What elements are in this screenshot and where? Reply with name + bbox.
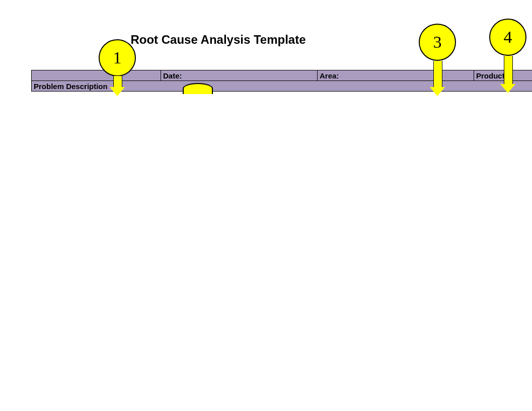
- page-title-text: Root Cause Analysis Template: [130, 33, 401, 47]
- callout-arrow-3: [430, 76, 445, 96]
- cell-date-label: Date:: [161, 70, 318, 81]
- callout-circle-2-partial: [183, 83, 213, 94]
- callout-number-3: 3: [433, 33, 442, 52]
- callout-number-1: 1: [113, 48, 122, 67]
- callout-number-4: 4: [504, 28, 512, 47]
- cell-problem-description: Problem Description: [32, 81, 533, 92]
- callout-arrow-1: [110, 76, 125, 96]
- callout-arrow-4: [500, 73, 515, 93]
- callout-circle-1: 1: [99, 39, 136, 76]
- callout-circle-3: 3: [419, 24, 456, 61]
- cell-blank: [32, 70, 161, 81]
- cell-area-label: Area:: [318, 70, 474, 81]
- callout-circle-4: 4: [489, 19, 526, 56]
- form-row-2: Problem Description: [32, 81, 533, 92]
